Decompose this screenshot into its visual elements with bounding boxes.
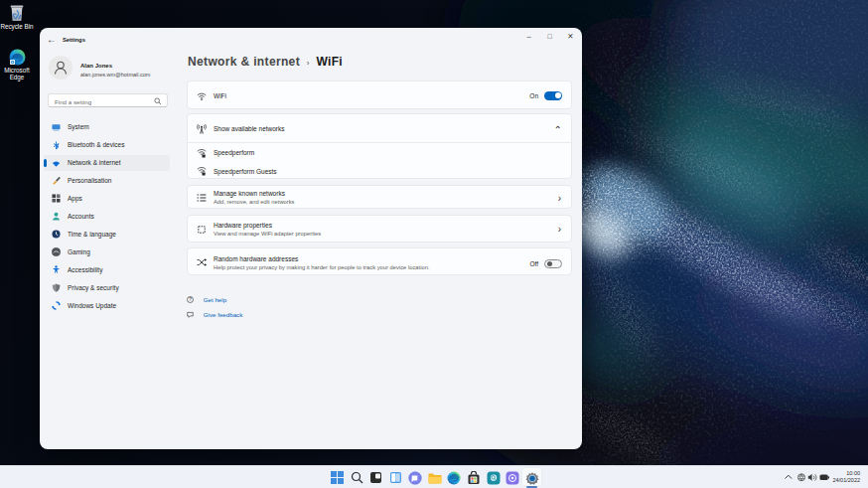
svg-text:?: ? bbox=[189, 297, 192, 302]
